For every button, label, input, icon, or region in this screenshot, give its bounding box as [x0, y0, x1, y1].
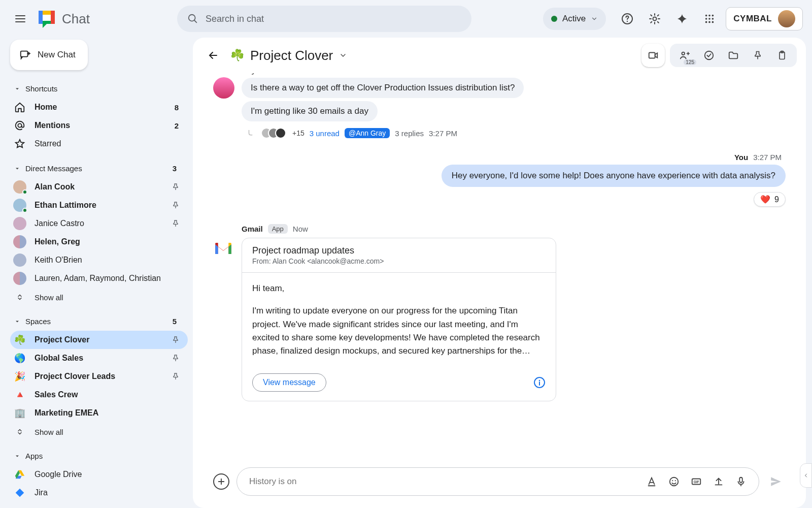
own-message-meta: You 3:27 PM	[213, 153, 786, 162]
dm-avatar	[13, 253, 26, 267]
folder-icon	[728, 50, 739, 61]
compose-input-pill[interactable]: GIF	[236, 467, 759, 496]
sender-avatar[interactable]	[213, 77, 234, 99]
app-google-drive[interactable]: Google Drive	[10, 465, 188, 484]
space-item[interactable]: 🎉Project Clover Leads	[10, 367, 188, 386]
sender-name[interactable]: Raymond Santos	[242, 73, 304, 75]
search-bar[interactable]	[177, 6, 471, 32]
space-name: Sales Crew	[35, 390, 78, 399]
dm-item[interactable]: Lauren, Adam, Raymond, Christian	[10, 269, 188, 288]
apps-section-header[interactable]: Apps	[10, 447, 188, 465]
help-button[interactable]	[616, 8, 638, 30]
unread-count[interactable]: 3 unread	[310, 129, 340, 138]
emoji-button[interactable]	[664, 472, 684, 491]
info-button[interactable]	[533, 376, 546, 389]
emoji-icon	[668, 476, 680, 487]
spaces-show-all[interactable]: Show all	[10, 422, 188, 441]
back-button[interactable]	[202, 44, 224, 67]
svg-rect-32	[739, 478, 742, 483]
shortcut-home[interactable]: Home 8	[10, 98, 188, 116]
dm-name: Lauren, Adam, Raymond, Christian	[35, 274, 161, 283]
chat-logo-icon	[36, 8, 58, 30]
conversation-title[interactable]: Project Clover	[250, 48, 333, 64]
compose-input[interactable]	[249, 477, 639, 487]
svg-point-17	[712, 21, 714, 23]
message-bubble[interactable]: I'm getting like 30 emails a day	[242, 101, 378, 121]
pin-icon	[172, 219, 180, 228]
tasks-button[interactable]	[698, 45, 720, 66]
plus-icon	[217, 477, 226, 486]
svg-point-27	[670, 478, 679, 486]
video-call-button[interactable]	[641, 44, 665, 67]
format-button[interactable]	[642, 472, 661, 491]
message-bubble[interactable]: Is there a way to get off the Clover Pro…	[242, 78, 524, 98]
dm-show-all[interactable]: Show all	[10, 288, 188, 307]
clipboard-button[interactable]	[771, 45, 793, 66]
mention-chip[interactable]: @Ann Gray	[345, 128, 390, 138]
pin-icon	[172, 372, 180, 380]
space-item[interactable]: 🏢Marketing EMEA	[10, 404, 188, 422]
mention-icon	[13, 119, 26, 132]
composer: GIF	[193, 460, 806, 508]
dm-avatar	[13, 217, 26, 230]
members-button[interactable]: 125	[674, 45, 695, 66]
search-input[interactable]	[206, 14, 461, 24]
spaces-section-header[interactable]: Spaces 5	[10, 312, 188, 331]
thread-more-count: +15	[292, 129, 304, 137]
app-logo-block[interactable]: Chat	[36, 8, 90, 30]
dm-item[interactable]: Alan Cook	[10, 178, 188, 196]
shortcut-starred[interactable]: Starred	[10, 135, 188, 153]
app-jira[interactable]: Jira	[10, 484, 188, 502]
space-item[interactable]: 🔺Sales Crew	[10, 386, 188, 404]
space-item[interactable]: ☘️Project Clover	[10, 331, 188, 349]
app-name: Chat	[62, 11, 90, 27]
dm-name: Keith O'Brien	[35, 256, 82, 265]
star-icon	[13, 137, 26, 150]
files-button[interactable]	[723, 45, 744, 66]
thread-summary[interactable]: +15 3 unread @Ann Gray 3 replies 3:27 PM	[247, 128, 524, 139]
app-time: Now	[293, 225, 308, 233]
caret-down-icon	[14, 166, 20, 172]
attach-button[interactable]	[213, 473, 229, 490]
space-emoji-icon: 🏢	[13, 406, 26, 420]
heart-icon: ❤️	[760, 195, 770, 204]
sparkle-icon	[676, 13, 688, 24]
space-name: Project Clover	[35, 335, 89, 344]
shortcut-mentions[interactable]: Mentions 2	[10, 116, 188, 135]
svg-point-26	[539, 379, 540, 381]
side-panel-toggle[interactable]	[800, 463, 812, 488]
sidebar: New Chat Shortcuts Home 8 Mentions 2 Sta…	[0, 38, 193, 508]
dm-item[interactable]: Helen, Greg	[10, 233, 188, 251]
dm-item[interactable]: Janice Castro	[10, 214, 188, 233]
settings-button[interactable]	[644, 8, 666, 30]
mic-button[interactable]	[731, 472, 751, 491]
chevron-down-icon	[591, 15, 598, 22]
send-icon	[769, 475, 783, 488]
email-subject: Project roadmap updates	[252, 245, 546, 256]
org-account-chip[interactable]: CYMBAL	[726, 7, 803, 30]
pinned-button[interactable]	[747, 45, 768, 66]
space-emoji-icon: 🎉	[13, 370, 26, 383]
space-item[interactable]: 🌎Global Sales	[10, 349, 188, 367]
apps-launcher-button[interactable]	[698, 8, 721, 30]
task-icon	[703, 50, 715, 61]
gemini-button[interactable]	[671, 8, 693, 30]
view-message-button[interactable]: View message	[252, 373, 326, 392]
dm-item[interactable]: Keith O'Brien	[10, 251, 188, 269]
gif-button[interactable]: GIF	[687, 472, 706, 491]
new-chat-button[interactable]: New Chat	[10, 40, 88, 70]
svg-point-12	[705, 18, 707, 20]
own-message-bubble[interactable]: Hey everyone, I'd love some help! Does a…	[442, 165, 786, 187]
dm-item[interactable]: Ethan Lattimore	[10, 196, 188, 214]
expand-icon	[13, 425, 26, 438]
app-sender-name[interactable]: Gmail	[242, 225, 263, 233]
conversation-pane: ☘️ Project Clover 125	[193, 38, 806, 508]
shortcuts-section-header[interactable]: Shortcuts	[10, 79, 188, 98]
main-menu-button[interactable]	[9, 8, 31, 30]
chevron-down-icon[interactable]	[339, 51, 347, 59]
reaction-chip[interactable]: ❤️ 9	[754, 192, 786, 207]
upload-button[interactable]	[709, 472, 728, 491]
expand-icon	[13, 291, 26, 304]
status-selector[interactable]: Active	[543, 8, 606, 30]
dm-section-header[interactable]: Direct Messages 3	[10, 159, 188, 178]
